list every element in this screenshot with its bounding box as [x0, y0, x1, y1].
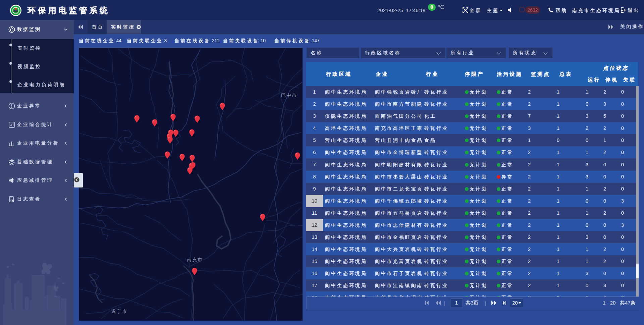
svg-text:遂宁市: 遂宁市 — [111, 309, 127, 314]
svg-text:巴中市: 巴中市 — [281, 93, 297, 98]
svg-text:南充市: 南充市 — [187, 257, 203, 262]
